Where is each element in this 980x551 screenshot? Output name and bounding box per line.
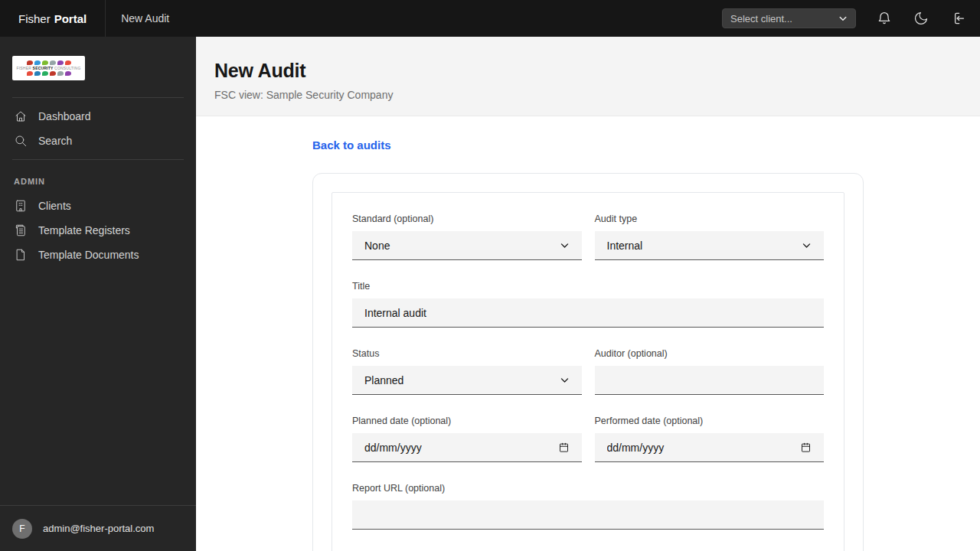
topbar: Fisher Portal New Audit Select client...	[0, 0, 980, 37]
calendar-icon[interactable]	[800, 442, 812, 453]
logout-button[interactable]	[949, 10, 966, 27]
auditor-label: Auditor (optional)	[595, 348, 825, 359]
search-icon	[14, 134, 28, 148]
status-select-value: Planned	[364, 374, 560, 386]
form-row-5: Report URL (optional)	[352, 483, 824, 530]
planned-date-value: dd/mm/yyyy	[364, 442, 558, 454]
planned-date-field-group: Planned date (optional) dd/mm/yyyy	[352, 416, 582, 462]
sidebar: FISHER SECURITY CONSULTING Dashboard Sea…	[0, 37, 196, 551]
chevron-down-icon	[560, 240, 570, 250]
page-header: New Audit FSC view: Sample Security Comp…	[196, 37, 980, 116]
page-subtitle: FSC view: Sample Security Company	[214, 89, 962, 101]
audit-type-field-group: Audit type Internal	[595, 214, 825, 260]
notifications-button[interactable]	[876, 10, 893, 27]
audit-type-select[interactable]: Internal	[595, 231, 825, 260]
status-label: Status	[352, 348, 582, 359]
sidebar-item-clients[interactable]: Clients	[0, 194, 196, 218]
main-content: Back to audits Standard (optional) None …	[196, 117, 980, 551]
chevron-down-icon	[560, 375, 570, 385]
fsc-logo-fish-top	[27, 60, 71, 65]
title-field-group: Title Internal audit	[352, 281, 824, 328]
avatar: F	[12, 519, 32, 539]
sidebar-item-search[interactable]: Search	[0, 129, 196, 153]
standard-select[interactable]: None	[352, 231, 582, 260]
auditor-field-group: Auditor (optional)	[595, 348, 825, 395]
dark-mode-toggle[interactable]	[913, 10, 929, 27]
logout-icon	[950, 11, 965, 26]
report-url-field-group: Report URL (optional)	[352, 483, 824, 530]
app-root: Fisher Portal New Audit Select client...	[0, 0, 980, 551]
planned-date-input[interactable]: dd/mm/yyyy	[352, 433, 582, 462]
standard-label: Standard (optional)	[352, 214, 582, 224]
sidebar-section-admin: ADMIN	[0, 166, 196, 194]
building-icon	[14, 199, 28, 213]
sidebar-divider	[12, 97, 184, 98]
topnav-new-audit[interactable]: New Audit	[106, 0, 185, 37]
sidebar-item-label: Clients	[38, 200, 71, 212]
title-input-value: Internal audit	[364, 307, 812, 319]
form-row-4: Planned date (optional) dd/mm/yyyy Perfo…	[352, 416, 824, 462]
brand-logo[interactable]: Fisher Portal	[0, 0, 105, 37]
client-select-dropdown[interactable]: Select client...	[722, 8, 856, 28]
home-icon	[14, 109, 28, 123]
report-url-input[interactable]	[352, 500, 824, 530]
fsc-logo[interactable]: FISHER SECURITY CONSULTING	[12, 56, 85, 80]
standard-select-value: None	[364, 240, 560, 252]
audit-form-card: Standard (optional) None Audit type Inte…	[312, 173, 864, 551]
sidebar-item-label: Template Documents	[38, 249, 139, 261]
calendar-icon[interactable]	[558, 442, 570, 453]
form-row-2: Title Internal audit	[352, 281, 824, 328]
document-icon	[14, 248, 28, 262]
title-input[interactable]: Internal audit	[352, 298, 824, 328]
sidebar-item-template-documents[interactable]: Template Documents	[0, 243, 196, 267]
status-select[interactable]: Planned	[352, 366, 582, 395]
audit-form: Standard (optional) None Audit type Inte…	[332, 192, 844, 551]
sidebar-item-label: Dashboard	[38, 110, 91, 122]
sidebar-item-template-registers[interactable]: Template Registers	[0, 218, 196, 243]
sidebar-item-dashboard[interactable]: Dashboard	[0, 104, 196, 129]
performed-date-label: Performed date (optional)	[595, 416, 825, 426]
brand-second: Portal	[54, 12, 87, 25]
user-email: admin@fisher-portal.com	[43, 523, 154, 534]
topbar-right: Select client...	[722, 8, 980, 28]
sidebar-item-label: Search	[38, 135, 72, 147]
performed-date-input[interactable]: dd/mm/yyyy	[595, 433, 825, 462]
report-url-label: Report URL (optional)	[352, 483, 824, 494]
bell-icon	[877, 11, 892, 26]
moon-icon	[913, 11, 929, 26]
performed-date-field-group: Performed date (optional) dd/mm/yyyy	[595, 416, 825, 462]
standard-field-group: Standard (optional) None	[352, 214, 582, 260]
chevron-down-icon	[838, 14, 848, 23]
client-select-value: Select client...	[730, 13, 838, 24]
chevron-down-icon	[802, 240, 812, 250]
title-label: Title	[352, 281, 824, 292]
register-icon	[14, 223, 28, 237]
fsc-logo-fish-bottom	[27, 71, 71, 76]
sidebar-divider	[12, 159, 184, 160]
planned-date-label: Planned date (optional)	[352, 416, 582, 426]
sidebar-footer: F admin@fisher-portal.com	[0, 505, 196, 551]
audit-type-select-value: Internal	[607, 240, 802, 252]
brand-first: Fisher	[18, 12, 51, 25]
back-to-audits-link[interactable]: Back to audits	[312, 139, 391, 152]
audit-type-label: Audit type	[595, 214, 825, 224]
performed-date-value: dd/mm/yyyy	[607, 442, 801, 454]
auditor-input[interactable]	[595, 366, 825, 395]
status-field-group: Status Planned	[352, 348, 582, 395]
page-title: New Audit	[214, 60, 962, 82]
form-row-1: Standard (optional) None Audit type Inte…	[352, 214, 824, 260]
sidebar-item-label: Template Registers	[38, 224, 130, 236]
fsc-logo-text: FISHER SECURITY CONSULTING	[16, 66, 80, 70]
form-row-3: Status Planned Auditor (optional)	[352, 348, 824, 395]
